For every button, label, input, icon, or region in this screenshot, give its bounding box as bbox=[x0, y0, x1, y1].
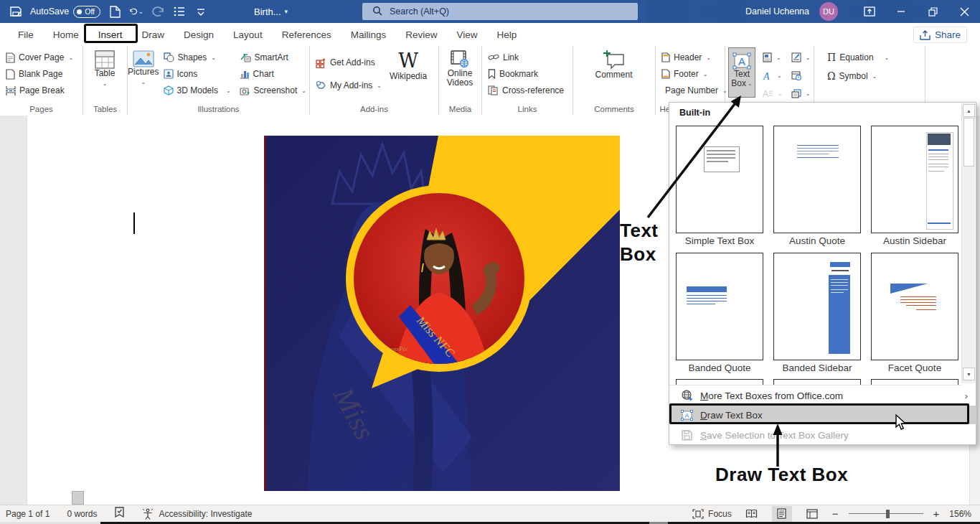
textbox-thumbnail-facet-quote[interactable] bbox=[871, 253, 958, 360]
textbox-thumbnail-banded-sidebar[interactable] bbox=[773, 253, 861, 360]
table-button[interactable]: Table ⌄ bbox=[83, 46, 126, 88]
link-button[interactable]: Link bbox=[486, 50, 571, 65]
focus-button[interactable]: Focus bbox=[692, 509, 732, 519]
tab-review[interactable]: Review bbox=[396, 25, 446, 45]
icons-button[interactable]: Icons bbox=[162, 66, 232, 82]
get-addins-button[interactable]: Get Add-ins bbox=[314, 55, 383, 70]
tab-design[interactable]: Design bbox=[174, 25, 223, 45]
gallery-label-facet-quote: Facet Quote bbox=[871, 362, 958, 373]
tab-view[interactable]: View bbox=[447, 25, 486, 45]
textbox-thumbnail-austin-quote[interactable] bbox=[773, 126, 861, 233]
ribbon-display-options-button[interactable] bbox=[854, 0, 885, 23]
zoom-slider-thumb[interactable] bbox=[886, 510, 890, 518]
gallery-scrollbar-thumb[interactable] bbox=[963, 118, 974, 167]
pictures-button[interactable]: Pictures ⌄ bbox=[128, 46, 159, 98]
minimize-button[interactable] bbox=[885, 0, 917, 23]
textbox-thumbnail-partial[interactable] bbox=[773, 379, 861, 385]
tab-insert[interactable]: Insert bbox=[89, 25, 132, 45]
tab-home[interactable]: Home bbox=[44, 25, 88, 45]
tab-references[interactable]: References bbox=[273, 25, 341, 45]
accessibility-status[interactable]: Accessibility: Investigate bbox=[142, 508, 252, 520]
print-layout-button[interactable] bbox=[772, 506, 792, 522]
wikipedia-button[interactable]: W Wikipedia bbox=[385, 46, 432, 93]
cover-page-button[interactable]: Cover Page⌄ bbox=[4, 50, 81, 65]
chart-button[interactable]: Chart bbox=[238, 66, 308, 82]
symbol-button[interactable]: Ω Symbol⌄ bbox=[826, 68, 923, 84]
page-indicator[interactable]: Page 1 of 1 bbox=[6, 509, 50, 519]
user-name[interactable]: Daniel Uchenna bbox=[745, 6, 809, 17]
document-title[interactable]: Birth... ▾ bbox=[254, 6, 288, 17]
textbox-thumbnail-austin-sidebar[interactable] bbox=[871, 126, 958, 233]
screenshot-label: Screenshot bbox=[254, 85, 298, 95]
textbox-thumbnail-partial[interactable] bbox=[676, 379, 763, 385]
tab-help[interactable]: Help bbox=[488, 25, 527, 45]
blank-page-button[interactable]: Blank Page bbox=[4, 66, 81, 82]
gallery-scrollbar[interactable]: ▲ ▼ bbox=[961, 103, 975, 383]
tab-mailings[interactable]: Mailings bbox=[341, 25, 396, 45]
date-time-icon bbox=[791, 70, 801, 80]
date-time-button[interactable] bbox=[790, 67, 812, 83]
zoom-slider[interactable] bbox=[849, 509, 923, 519]
accessibility-label: Accessibility: Investigate bbox=[159, 509, 252, 519]
page-break-button[interactable]: Page Break bbox=[4, 83, 81, 98]
text-box-button[interactable]: A Text Box⌄ bbox=[728, 47, 755, 98]
word-count[interactable]: 0 words bbox=[67, 509, 97, 519]
autosave-dot bbox=[77, 9, 82, 14]
tab-file[interactable]: File bbox=[9, 25, 43, 45]
svg-text:A: A bbox=[684, 412, 689, 419]
equation-button[interactable]: Π Equation⌄ bbox=[826, 50, 923, 65]
pictures-icon bbox=[133, 50, 154, 67]
bookmark-button[interactable]: Bookmark bbox=[486, 66, 571, 82]
comment-button[interactable]: Comment bbox=[573, 46, 654, 80]
textbox-thumbnail-banded-quote[interactable] bbox=[676, 253, 763, 360]
close-button[interactable] bbox=[948, 0, 980, 23]
online-videos-button[interactable]: Online Videos bbox=[439, 46, 481, 88]
text-cursor-caret bbox=[133, 212, 135, 234]
horizontal-scrollbar-thumb[interactable] bbox=[72, 491, 84, 505]
proofing-icon[interactable] bbox=[114, 507, 125, 520]
birthday-artwork-image[interactable]: Miss Miss NFC BeatzPix bbox=[264, 136, 620, 491]
zoom-level[interactable]: 156% bbox=[949, 509, 971, 519]
textbox-thumbnail-simple[interactable] bbox=[676, 126, 763, 233]
3d-models-button[interactable]: 3D Models⌄ bbox=[162, 83, 232, 98]
page-break-icon bbox=[6, 85, 16, 96]
gallery-scroll-up-icon[interactable]: ▲ bbox=[963, 104, 975, 117]
new-document-icon[interactable] bbox=[108, 4, 122, 19]
signature-line-button[interactable]: ⌄ bbox=[790, 50, 812, 65]
page-number-button[interactable]: # Page Number⌄ bbox=[660, 83, 723, 98]
zoom-out-button[interactable]: − bbox=[832, 507, 839, 520]
textbox-thumbnail-partial[interactable] bbox=[871, 379, 958, 385]
search-input[interactable]: Search (Alt+Q) bbox=[362, 3, 638, 20]
tab-layout[interactable]: Layout bbox=[224, 25, 272, 45]
undo-dropdown-icon[interactable]: ⌄ bbox=[138, 8, 143, 15]
avatar[interactable]: DU bbox=[819, 2, 838, 21]
undo-button[interactable]: ⌄ bbox=[129, 4, 143, 19]
autosave-toggle[interactable]: AutoSave Off bbox=[30, 6, 100, 18]
save-icon[interactable] bbox=[9, 4, 23, 19]
footer-button[interactable]: Footer⌄ bbox=[660, 66, 723, 82]
shapes-button[interactable]: Shapes⌄ bbox=[162, 50, 232, 65]
object-button[interactable]: ⌄ bbox=[790, 85, 812, 101]
menu-more-text-boxes[interactable]: More Text Boxes from Office.com › bbox=[670, 386, 976, 405]
screenshot-button[interactable]: Screenshot⌄ bbox=[238, 83, 308, 98]
read-mode-button[interactable] bbox=[742, 506, 762, 522]
share-button[interactable]: Share bbox=[913, 27, 967, 43]
more-text-boxes-label: More Text Boxes from Office.com bbox=[700, 390, 843, 401]
cross-reference-button[interactable]: Cross-reference bbox=[486, 83, 571, 98]
header-button[interactable]: Header⌄ bbox=[660, 50, 723, 65]
autosave-pill[interactable]: Off bbox=[73, 6, 100, 18]
customize-qat-icon[interactable] bbox=[194, 4, 208, 19]
smartart-button[interactable]: SmartArt bbox=[238, 50, 308, 65]
group-tables: Table ⌄ Tables bbox=[83, 46, 128, 115]
gallery-scroll-down-icon[interactable]: ▼ bbox=[963, 368, 975, 380]
quick-parts-button[interactable]: ⌄ bbox=[761, 50, 784, 65]
tab-draw[interactable]: Draw bbox=[133, 25, 174, 45]
menu-draw-text-box[interactable]: A Draw Text Box bbox=[670, 406, 976, 424]
web-layout-button[interactable] bbox=[802, 506, 822, 522]
bullet-list-icon[interactable] bbox=[172, 4, 187, 19]
zoom-in-button[interactable]: + bbox=[933, 507, 940, 520]
restore-button[interactable] bbox=[917, 0, 948, 23]
my-addins-button[interactable]: My Add-ins⌄ bbox=[314, 78, 383, 93]
wordart-button[interactable]: A⌄ bbox=[761, 67, 784, 83]
title-dropdown-icon[interactable]: ▾ bbox=[285, 8, 288, 15]
